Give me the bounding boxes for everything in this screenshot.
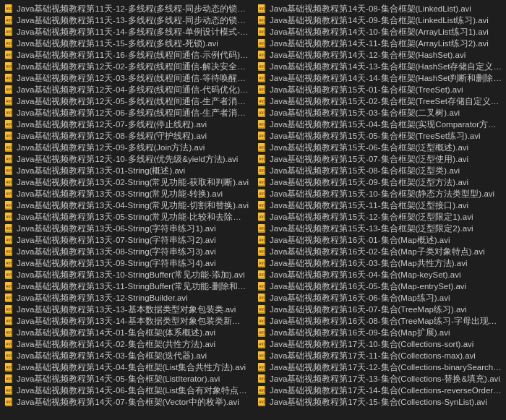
file-item[interactable]: AVI Java基础视频教程第13天-07-String(字符串练习2).avi <box>1 234 252 246</box>
file-item[interactable]: AVI Java基础视频教程第16天-07-集合(TreeMap练习).avi <box>254 304 505 315</box>
file-name: Java基础视频教程第15天-07-集合框架(泛型使用).avi <box>270 153 468 165</box>
avi-file-icon: AVI <box>257 316 267 326</box>
file-item[interactable]: AVI Java基础视频教程第15天-13-集合框架(泛型限定2).avi <box>254 223 505 234</box>
file-item[interactable]: AVI Java基础视频教程第14天-14-集合框架(HashSet判断和删除的… <box>254 72 505 84</box>
file-item[interactable]: AVI Java基础视频教程第11天-14-多线程(多线程-单例设计模式-懒汉式… <box>1 26 252 38</box>
avi-file-icon: AVI <box>257 281 267 291</box>
file-item[interactable]: AVI Java基础视频教程第15天-12-集合框架(泛型限定1).avi <box>254 211 505 223</box>
avi-file-icon: AVI <box>4 4 14 14</box>
file-item[interactable]: AVI Java基础视频教程第17天-10-集合(Collections-sor… <box>254 338 505 350</box>
file-item[interactable]: AVI Java基础视频教程第14天-13-集合框架(HashSet存储自定义对… <box>254 61 505 72</box>
file-item[interactable]: AVI Java基础视频教程第15天-10-集合框架(静态方法类型型).avi <box>254 188 505 200</box>
file-item[interactable]: AVI Java基础视频教程第15天-11-集合框架(泛型接口).avi <box>254 200 505 211</box>
avi-file-icon: AVI <box>257 38 267 48</box>
file-item[interactable]: AVI Java基础视频教程第17天-14-集合(Collections-rev… <box>254 385 505 396</box>
file-item[interactable]: AVI Java基础视频教程第13天-09-String(字符串练习4).avi <box>1 257 252 269</box>
file-item[interactable]: AVI Java基础视频教程第14天-10-集合框架(ArrayList练习1)… <box>254 26 505 38</box>
file-item[interactable]: AVI Java基础视频教程第16天-09-集合(Map扩展).avi <box>254 327 505 338</box>
avi-file-icon: AVI <box>257 50 267 60</box>
file-item[interactable]: AVI Java基础视频教程第14天-11-集合框架(ArrayList练习2)… <box>254 38 505 49</box>
avi-file-icon: AVI <box>4 270 14 280</box>
file-item[interactable]: AVI Java基础视频教程第13天-10-StringBuffer(常见功能-… <box>1 269 252 280</box>
svg-text:AVI: AVI <box>259 145 265 150</box>
file-item[interactable]: AVI Java基础视频教程第11天-13-多线程(多线程-同步动态的锁是Cla… <box>1 14 252 26</box>
avi-file-icon: AVI <box>4 247 14 257</box>
avi-file-icon: AVI <box>257 397 267 407</box>
svg-text:AVI: AVI <box>6 365 12 369</box>
file-item[interactable]: AVI Java基础视频教程第16天-01-集合(Map概述).avi <box>254 234 505 246</box>
svg-text:AVI: AVI <box>6 87 12 92</box>
file-item[interactable]: AVI Java基础视频教程第15天-08-集合框架(泛型类).avi <box>254 165 505 176</box>
file-item[interactable]: AVI Java基础视频教程第13天-01-String(概述).avi <box>1 165 252 176</box>
file-item[interactable]: AVI Java基础视频教程第14天-01-集合框架(体系概述).avi <box>1 327 252 338</box>
file-name: Java基础视频教程第11天-13-多线程(多线程-同步动态的锁是Class对象… <box>17 14 249 26</box>
file-item[interactable]: AVI Java基础视频教程第14天-03-集合框架(迭代器).avi <box>1 350 252 361</box>
file-name: Java基础视频教程第14天-12-集合框架(HashSet).avi <box>270 49 466 61</box>
avi-file-icon: AVI <box>4 374 14 384</box>
file-item[interactable]: AVI Java基础视频教程第16天-03-集合(Map共性方法).avi <box>254 257 505 269</box>
file-item[interactable]: AVI Java基础视频教程第14天-04-集合框架(List集合共性方法).a… <box>1 361 252 373</box>
file-item[interactable]: AVI Java基础视频教程第13天-14-基本数据类型对象包装类新特性.avi <box>1 315 252 327</box>
file-name: Java基础视频教程第13天-06-String(字符串练习1).avi <box>17 223 216 234</box>
file-item[interactable]: AVI Java基础视频教程第13天-03-String(常见功能-转换).av… <box>1 188 252 200</box>
file-item[interactable]: AVI Java基础视频教程第13天-05-String(常见功能-比较和去除空… <box>1 211 252 223</box>
file-name: Java基础视频教程第17天-12-集合(Collections-binaryS… <box>270 361 502 373</box>
file-item[interactable]: AVI Java基础视频教程第16天-06-集合(Map练习).avi <box>254 292 505 304</box>
file-item[interactable]: AVI Java基础视频教程第15天-03-集合框架(二叉树).avi <box>254 107 505 119</box>
file-item[interactable]: AVI Java基础视频教程第13天-13-基本数据类型对象包装类.avi <box>1 304 252 315</box>
svg-text:AVI: AVI <box>259 330 265 335</box>
svg-text:AVI: AVI <box>6 180 12 184</box>
file-item[interactable]: AVI Java基础视频教程第16天-08-集合(TreeMap练习-字母出现的… <box>254 315 505 327</box>
file-item[interactable]: AVI Java基础视频教程第17天-13-集合(Collections-替换&… <box>254 373 505 385</box>
file-item[interactable]: AVI Java基础视频教程第12天-06-多线程(线程间通信-生产者消费者JD… <box>1 107 252 119</box>
file-item[interactable]: AVI Java基础视频教程第15天-01-集合框架(TreeSet).avi <box>254 84 505 95</box>
file-item[interactable]: AVI Java基础视频教程第12天-03-多线程(线程间通信-等待唤醒机制).… <box>1 72 252 84</box>
svg-text:AVI: AVI <box>6 192 12 196</box>
file-item[interactable]: AVI Java基础视频教程第16天-02-集合(Map子类对象特点).avi <box>254 246 505 257</box>
file-item[interactable]: AVI Java基础视频教程第16天-05-集合(Map-entrySet).a… <box>254 280 505 292</box>
file-item[interactable]: AVI Java基础视频教程第11天-15-多线程(多线程-死锁).avi <box>1 38 252 49</box>
svg-text:AVI: AVI <box>259 134 265 138</box>
svg-text:AVI: AVI <box>6 122 12 127</box>
file-item[interactable]: AVI Java基础视频教程第13天-08-String(字符串练习3).avi <box>1 246 252 257</box>
file-item[interactable]: AVI Java基础视频教程第11天-12-多线程(多线程-同步动态的锁是thi… <box>1 3 252 14</box>
file-item[interactable]: AVI Java基础视频教程第15天-06-集合框架(泛型概述).avi <box>254 142 505 153</box>
file-item[interactable]: AVI Java基础视频教程第13天-06-String(字符串练习1).avi <box>1 223 252 234</box>
file-item[interactable]: AVI Java基础视频教程第15天-07-集合框架(泛型使用).avi <box>254 153 505 165</box>
file-item[interactable]: AVI Java基础视频教程第14天-07-集合框架(Vector中的枚举).a… <box>1 396 252 408</box>
svg-text:AVI: AVI <box>6 342 12 346</box>
file-item[interactable]: AVI Java基础视频教程第12天-02-多线程(线程间通信-解决安全问题).… <box>1 61 252 72</box>
svg-text:AVI: AVI <box>259 168 265 173</box>
file-item[interactable]: AVI Java基础视频教程第14天-09-集合框架(LinkedList练习)… <box>254 14 505 26</box>
file-item[interactable]: AVI Java基础视频教程第14天-06-集合框架(List集合有对象特点).… <box>1 385 252 396</box>
file-item[interactable]: AVI Java基础视频教程第13天-11-StringBuffer(常见功能-… <box>1 280 252 292</box>
file-item[interactable]: AVI Java基础视频教程第11天-16-多线程(线程间通信-示例代码).av… <box>1 49 252 61</box>
file-item[interactable]: AVI Java基础视频教程第14天-08-集合框架(LinkedList).a… <box>254 3 505 14</box>
file-item[interactable]: AVI Java基础视频教程第17天-11-集合(Collections-max… <box>254 350 505 361</box>
file-item[interactable]: AVI Java基础视频教程第15天-02-集合框架(TreeSet存储自定义对… <box>254 95 505 107</box>
file-item[interactable]: AVI Java基础视频教程第12天-08-多线程(守护线程).avi <box>1 130 252 142</box>
file-name: Java基础视频教程第15天-09-集合框架(泛型方法).avi <box>270 176 468 188</box>
file-item[interactable]: AVI Java基础视频教程第14天-12-集合框架(HashSet).avi <box>254 49 505 61</box>
file-item[interactable]: AVI Java基础视频教程第12天-07-多线程(停止线程).avi <box>1 119 252 130</box>
file-item[interactable]: AVI Java基础视频教程第14天-05-集合框架(ListIterator)… <box>1 373 252 385</box>
file-item[interactable]: AVI Java基础视频教程第12天-09-多线程(Join方法).avi <box>1 142 252 153</box>
file-item[interactable]: AVI Java基础视频教程第12天-04-多线程(线程间通信-代码优化).av… <box>1 84 252 95</box>
file-item[interactable]: AVI Java基础视频教程第13天-12-StringBuilder.avi <box>1 292 252 304</box>
svg-text:AVI: AVI <box>259 249 265 254</box>
file-item[interactable]: AVI Java基础视频教程第16天-04-集合(Map-keySet).avi <box>254 269 505 280</box>
file-item[interactable]: AVI Java基础视频教程第12天-10-多线程(优先级&yield方法).a… <box>1 153 252 165</box>
file-item[interactable]: AVI Java基础视频教程第12天-05-多线程(线程间通信-生产者消费者).… <box>1 95 252 107</box>
file-item[interactable]: AVI Java基础视频教程第15天-05-集合框架(TreeSet练习).av… <box>254 130 505 142</box>
avi-file-icon: AVI <box>4 293 14 303</box>
file-item[interactable]: AVI Java基础视频教程第13天-02-String(常见功能-获取和判断)… <box>1 176 252 188</box>
file-item[interactable]: AVI Java基础视频教程第17天-15-集合(Collections-Syn… <box>254 396 505 408</box>
svg-text:AVI: AVI <box>259 400 265 404</box>
avi-file-icon: AVI <box>257 258 267 268</box>
file-item[interactable]: AVI Java基础视频教程第15天-04-集合框架(实现Comparator方… <box>254 119 505 130</box>
file-item[interactable]: AVI Java基础视频教程第17天-12-集合(Collections-bin… <box>254 361 505 373</box>
file-item[interactable]: AVI Java基础视频教程第15天-09-集合框架(泛型方法).avi <box>254 176 505 188</box>
svg-text:AVI: AVI <box>6 53 12 57</box>
file-item[interactable]: AVI Java基础视频教程第14天-02-集合框架(共性方法).avi <box>1 338 252 350</box>
file-item[interactable]: AVI Java基础视频教程第13天-04-String(常见功能-切割和替换)… <box>1 200 252 211</box>
